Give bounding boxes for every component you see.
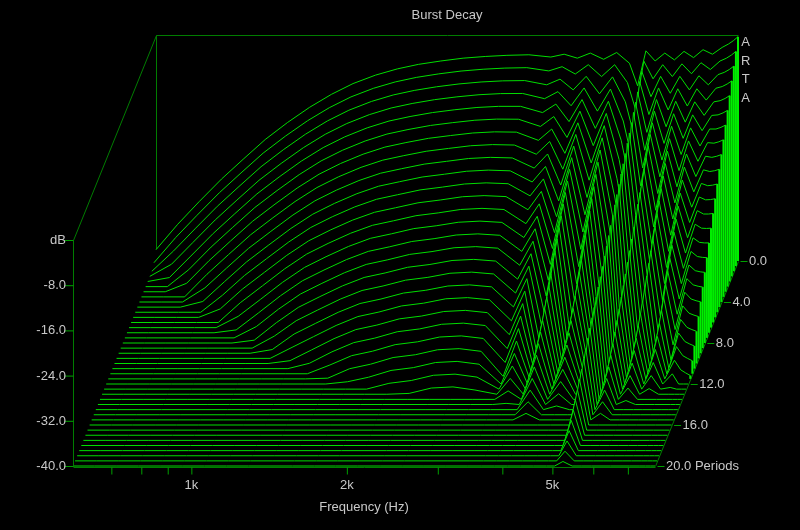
arta-watermark-letter: A <box>741 91 750 110</box>
db-axis-tick-label: -8.0 <box>12 278 66 292</box>
periods-axis-tick-label: 20.0 Periods <box>666 459 739 473</box>
periods-axis-tick-label: 0.0 <box>749 254 767 268</box>
chart-title: Burst Decay <box>412 8 483 22</box>
freq-axis-tick-label: 1k <box>184 478 198 492</box>
db-axis-tick-label: -40.0 <box>12 459 66 473</box>
freq-axis-tick-label: 2k <box>340 478 354 492</box>
db-axis-tick-label: -24.0 <box>12 369 66 383</box>
arta-watermark: ARTA <box>741 35 750 109</box>
arta-watermark-letter: T <box>742 72 750 91</box>
db-axis-tick-label: dB <box>12 233 66 247</box>
x-axis-title: Frequency (Hz) <box>319 500 409 514</box>
periods-axis-tick-label: 8.0 <box>716 336 734 350</box>
burst-decay-chart-window: Burst Decay Frequency (Hz) ARTA dB-8.0-1… <box>0 0 800 530</box>
waterfall-plot-canvas <box>0 0 800 530</box>
db-axis-tick-label: -32.0 <box>12 414 66 428</box>
freq-axis-tick-label: 5k <box>546 478 560 492</box>
periods-axis-tick-label: 4.0 <box>732 295 750 309</box>
db-axis-tick-label: -16.0 <box>12 323 66 337</box>
periods-axis-tick-label: 12.0 <box>699 377 724 391</box>
arta-watermark-letter: A <box>741 35 750 54</box>
periods-axis-tick-label: 16.0 <box>683 418 708 432</box>
arta-watermark-letter: R <box>741 54 750 73</box>
